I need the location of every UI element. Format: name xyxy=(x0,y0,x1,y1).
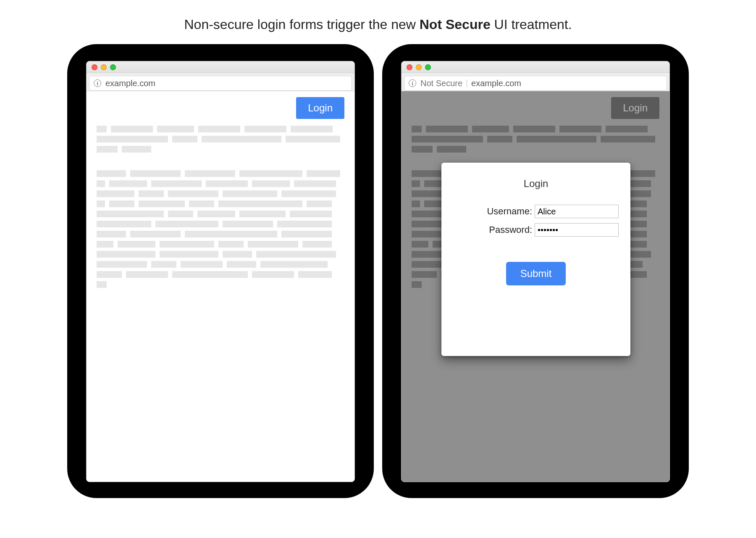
password-row: Password: xyxy=(453,223,619,237)
address-divider xyxy=(467,79,467,87)
right-titlebar xyxy=(402,61,669,73)
caption-bold: Not Secure xyxy=(420,17,491,32)
password-input[interactable] xyxy=(535,223,619,237)
username-row: Username: xyxy=(453,205,619,218)
not-secure-label: Not Secure xyxy=(420,79,462,88)
right-browser-window: i Not Secure example.com Login xyxy=(401,61,670,482)
caption-suffix: UI treatment. xyxy=(491,17,572,32)
username-input[interactable] xyxy=(535,205,619,218)
close-icon[interactable] xyxy=(407,64,412,70)
close-icon[interactable] xyxy=(92,64,97,70)
caption-prefix: Non-secure login forms trigger the new xyxy=(184,17,419,32)
maximize-icon[interactable] xyxy=(425,64,431,70)
minimize-icon[interactable] xyxy=(416,64,422,70)
left-viewport: Login xyxy=(87,91,354,482)
right-viewport: Login xyxy=(402,91,669,482)
login-button[interactable]: Login xyxy=(611,97,659,119)
login-button[interactable]: Login xyxy=(296,97,344,119)
password-label: Password: xyxy=(489,224,532,235)
figure-comparison: i example.com Login xyxy=(63,44,693,498)
modal-title: Login xyxy=(524,178,549,190)
minimize-icon[interactable] xyxy=(101,64,107,70)
submit-button[interactable]: Submit xyxy=(506,262,566,285)
figure-caption: Non-secure login forms trigger the new N… xyxy=(184,17,572,32)
login-modal: Login Username: Password: Submit xyxy=(441,163,630,356)
right-addressbar[interactable]: i Not Secure example.com xyxy=(404,76,667,91)
right-device-frame: i Not Secure example.com Login xyxy=(382,44,689,498)
left-placeholder-content xyxy=(97,126,344,288)
right-address-text: example.com xyxy=(471,79,521,88)
left-browser-window: i example.com Login xyxy=(86,61,355,482)
username-label: Username: xyxy=(487,206,532,217)
left-device-frame: i example.com Login xyxy=(67,44,374,498)
left-addressbar[interactable]: i example.com xyxy=(89,76,352,91)
left-address-text: example.com xyxy=(105,79,155,88)
info-icon[interactable]: i xyxy=(409,79,416,87)
info-icon[interactable]: i xyxy=(94,79,101,87)
maximize-icon[interactable] xyxy=(110,64,116,70)
left-titlebar xyxy=(87,61,354,73)
